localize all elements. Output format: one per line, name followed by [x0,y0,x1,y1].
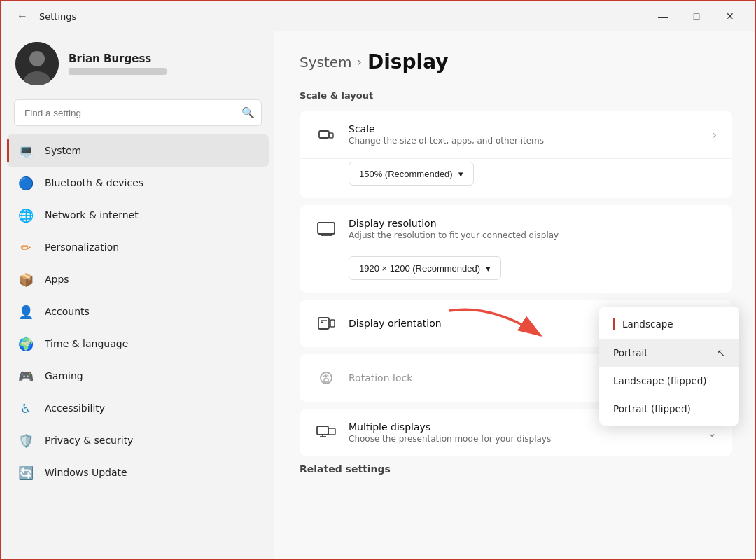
selected-indicator [613,318,615,330]
privacy-icon: 🛡️ [17,431,35,449]
user-email-placeholder [69,68,167,75]
breadcrumb-chevron-icon: › [358,55,362,69]
scale-desc: Change the size of text, apps, and other… [349,136,701,146]
svg-point-13 [326,376,328,378]
breadcrumb-current: Display [368,50,448,74]
bluetooth-icon: 🔵 [17,174,35,192]
maximize-button[interactable]: □ [680,5,713,27]
sidebar-item-label: Accounts [45,306,90,317]
sidebar-item-apps[interactable]: 📦 Apps [7,263,269,295]
sidebar-item-label: Gaming [45,370,83,382]
multiple-displays-desc: Choose the presentation mode for your di… [349,434,696,444]
search-box: 🔍 [14,99,262,126]
sidebar-item-label: Personalization [45,241,119,253]
sidebar-item-accounts[interactable]: 👤 Accounts [7,295,269,328]
user-info: Brian Burgess [69,52,167,75]
resolution-text: Display resolution Adjust the resolution… [349,218,717,240]
multiple-displays-icon [315,421,337,444]
breadcrumb: System › Display [300,50,732,74]
sidebar-item-privacy[interactable]: 🛡️ Privacy & security [7,424,269,456]
avatar [15,42,59,85]
svg-point-1 [29,51,45,66]
orientation-dropdown-menu: Landscape Portrait ↖ Landscape (flipped)… [599,307,739,426]
resolution-value: 1920 × 1200 (Recommended) [359,263,480,274]
update-icon: 🔄 [17,463,35,482]
scale-card: Scale Change the size of text, apps, and… [300,111,732,198]
sidebar-item-system[interactable]: 💻 System [7,134,269,167]
sidebar-item-update[interactable]: 🔄 Windows Update [7,456,269,489]
section-label: Scale & layout [300,90,732,101]
sidebar-item-gaming[interactable]: 🎮 Gaming [7,360,269,392]
svg-rect-12 [324,379,328,382]
svg-rect-10 [330,320,335,327]
svg-rect-3 [319,131,329,138]
multiple-displays-chevron-icon: ⌄ [708,426,717,440]
sidebar: Brian Burgess 🔍 💻 System 🔵 Bluetooth & d… [1,31,274,560]
orientation-option-portrait[interactable]: Portrait ↖ [599,339,739,367]
sidebar-item-time[interactable]: 🌍 Time & language [7,328,269,360]
scale-dropdown-chevron-icon: ▾ [458,169,463,179]
breadcrumb-parent: System [300,54,352,71]
scale-title: Scale [349,123,701,134]
portrait-flipped-option-label: Portrait (flipped) [613,403,691,414]
sidebar-item-label: Bluetooth & devices [45,177,144,188]
accounts-icon: 👤 [17,302,35,321]
related-settings-label: Related settings [300,463,732,475]
sidebar-item-label: Accessibility [45,402,105,414]
user-name: Brian Burgess [69,52,167,65]
system-icon: 💻 [17,141,35,160]
scale-dropdown-button[interactable]: 150% (Recommended) ▾ [349,162,474,186]
sidebar-item-label: Privacy & security [45,435,133,446]
resolution-dropdown-row: 1920 × 1200 (Recommended) ▾ [300,253,732,293]
orientation-option-landscape-flipped[interactable]: Landscape (flipped) [599,367,739,395]
resolution-title: Display resolution [349,218,717,229]
svg-rect-14 [317,426,328,435]
arrow-annotation [435,297,589,367]
sidebar-item-network[interactable]: 🌐 Network & internet [7,199,269,231]
orientation-option-landscape[interactable]: Landscape [599,309,739,339]
sidebar-item-label: Windows Update [45,467,127,478]
svg-rect-5 [318,223,335,234]
close-button[interactable]: ✕ [714,5,746,27]
user-section: Brian Burgess [1,31,274,99]
scale-dropdown-row: 150% (Recommended) ▾ [300,159,732,198]
orientation-icon [315,312,337,335]
apps-icon: 📦 [17,270,35,288]
sidebar-item-label: Apps [45,274,69,285]
sidebar-item-label: Time & language [45,338,128,349]
title-bar: ← Settings — □ ✕ [1,1,756,31]
rotation-lock-icon [315,367,337,389]
personalization-icon: ✏️ [17,238,35,256]
scale-text: Scale Change the size of text, apps, and… [349,123,701,146]
sidebar-item-accessibility[interactable]: ♿ Accessibility [7,392,269,424]
resolution-icon [315,218,337,240]
scale-chevron-icon: › [713,128,717,141]
portrait-option-label: Portrait [613,347,648,358]
scale-value: 150% (Recommended) [359,169,453,179]
landscape-option-label: Landscape [622,318,673,330]
search-icon: 🔍 [241,106,255,119]
settings-window: ← Settings — □ ✕ Brian Bu [1,1,756,560]
resolution-row: Display resolution Adjust the resolution… [300,205,732,253]
svg-rect-15 [328,428,335,435]
nav-list: 💻 System 🔵 Bluetooth & devices 🌐 Network… [1,134,274,489]
resolution-dropdown-button[interactable]: 1920 × 1200 (Recommended) ▾ [349,256,501,280]
sidebar-item-label: System [45,145,81,156]
sidebar-item-bluetooth[interactable]: 🔵 Bluetooth & devices [7,167,269,199]
scale-icon [315,123,337,146]
resolution-dropdown-chevron-icon: ▾ [486,263,491,274]
accessibility-icon: ♿ [17,399,35,417]
orientation-option-portrait-flipped[interactable]: Portrait (flipped) [599,395,739,423]
sidebar-item-personalization[interactable]: ✏️ Personalization [7,231,269,263]
minimize-button[interactable]: — [647,5,679,27]
cursor-icon: ↖ [717,347,725,358]
time-icon: 🌍 [17,335,35,353]
search-input[interactable] [14,99,262,126]
app-title: Settings [39,11,76,22]
scale-action: › [713,128,717,141]
scale-row: Scale Change the size of text, apps, and… [300,111,732,159]
sidebar-item-label: Network & internet [45,209,139,220]
svg-rect-8 [318,318,329,329]
back-button[interactable]: ← [13,6,32,26]
landscape-flipped-option-label: Landscape (flipped) [613,375,707,386]
